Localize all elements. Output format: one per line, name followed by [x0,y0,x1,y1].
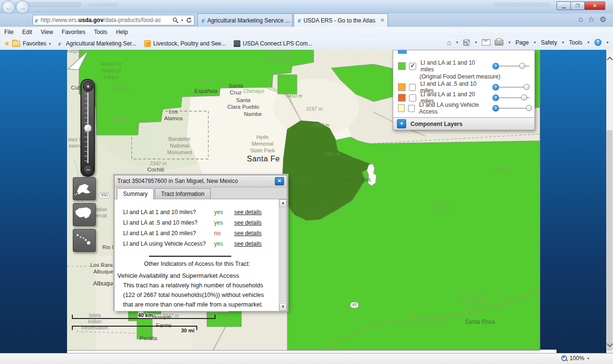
see-details-link[interactable]: see details [234,240,261,247]
answer-value: yes [214,209,234,216]
vehicle-access-paragraph: This tract has a relatively high number … [123,281,271,309]
menu-help[interactable]: Help [112,29,132,35]
scale-mi-label: 30 mi [181,328,194,333]
favorites-dropdown-icon[interactable]: ▼ [48,42,52,46]
divider [149,256,231,257]
home-icon[interactable]: ⌂ [579,15,583,24]
refresh-icon[interactable] [186,17,192,23]
zoom-in-button[interactable]: + [83,81,93,91]
rss-icon[interactable] [463,39,470,46]
layer-help-icon[interactable]: ? [492,94,499,101]
popup-scroll-down-icon[interactable]: ▼ [279,303,287,311]
popup-question-row-3: LI and LA using Vehicle Access?yessee de… [123,240,272,247]
scrollbar-thumb[interactable] [607,130,613,351]
layer-checkbox[interactable] [409,94,416,102]
popup-scroll-thumb[interactable] [280,207,286,302]
map-scale-bar: 40 km 30 mi [72,311,225,333]
favorite-link-label: Agricultural Marketing Ser... [66,40,136,47]
safety-menu[interactable]: Safety [541,39,557,46]
tab-tract-information[interactable]: Tract Information [155,188,210,199]
tab-close-icon[interactable]: ✕ [375,17,385,23]
back-button[interactable]: ← [2,0,15,14]
search-dropdown-icon[interactable]: ▼ [181,19,184,22]
alaska-icon [73,178,92,197]
popup-scroll-up-icon[interactable]: ▲ [279,199,287,207]
favorite-link-0[interactable]: eAgricultural Marketing Ser... [58,40,136,47]
minimize-button[interactable]: ▁ [556,1,571,10]
expand-plus-icon[interactable]: + [397,119,406,128]
scroll-up-icon[interactable] [607,57,613,63]
page-menu[interactable]: Page [515,39,529,46]
help-icon[interactable]: ? [594,39,602,46]
layer-checkbox[interactable] [409,84,416,91]
favorite-link-2[interactable]: USDA Connect LPS Com... [234,40,312,47]
lower48-view-button[interactable] [73,203,96,226]
rss-dropdown-icon[interactable]: ▼ [474,41,477,44]
favorite-link-1[interactable]: Livestock, Poultry and See... [144,40,226,47]
menu-tools[interactable]: Tools [90,29,112,35]
tab-agricultural-marketing[interactable]: e Agricultural Marketing Service ... [197,13,293,27]
other-indicators-header: Other Indicators of Access for this Trac… [114,261,280,267]
layer-help-icon[interactable]: ? [492,105,499,112]
zoom-dropdown-icon[interactable]: ▼ [587,357,590,360]
add-favorite-icon[interactable]: ★ [4,39,10,48]
layer-label: LI and LA using Vehicle Access [419,102,490,115]
print-icon[interactable] [495,40,503,46]
scale-km-label: 40 km [138,312,153,318]
layer-opacity-slider[interactable] [499,105,530,112]
see-details-link[interactable]: see details [234,209,261,216]
zoom-slider-thumb[interactable] [84,124,92,132]
menu-edit[interactable]: Edit [18,29,36,35]
see-details-link[interactable]: see details [234,219,261,226]
layer-opacity-slider[interactable] [499,63,530,69]
settings-gear-icon[interactable]: ⚙ [600,15,606,24]
popup-close-icon[interactable]: ✕ [275,177,284,185]
favorites-label[interactable]: Favorites [23,40,46,47]
site-icon [144,40,151,47]
zoom-level: 100% [569,355,584,362]
ghost-toolbar [89,3,117,7]
question-label: LI and LA using Vehicle Access? [123,240,214,247]
search-icon[interactable] [172,17,179,23]
favorites-folder-icon[interactable] [12,41,20,47]
tab-usda-ers-atlas[interactable]: e USDA ERS - Go to the Atlas ✕ [294,13,388,27]
favorites-star-icon[interactable]: ☆ [588,15,594,24]
alaska-view-button[interactable] [73,177,96,200]
close-button[interactable]: ✕ [584,1,605,10]
print-dropdown-icon[interactable]: ▼ [508,41,511,44]
ie-icon: e [35,16,38,24]
tab-label: USDA ERS - Go to the Atlas [304,17,375,24]
layer-help-icon[interactable]: ? [492,63,499,69]
status-bar [0,353,613,364]
question-label: LI and LA at .5 and 10 miles? [123,219,214,226]
map-zoom-slider[interactable]: + − [80,79,95,177]
component-layers-bar[interactable]: + Component Layers [393,117,534,130]
popup-title-bar[interactable]: Tract 35047957600 in San Miguel, New Mex… [114,175,287,187]
layer-checkbox[interactable] [408,105,415,112]
see-details-link[interactable]: see details [234,230,261,237]
tab-summary[interactable]: Summary [117,188,154,199]
forward-button[interactable]: → [16,0,29,14]
layer-checkbox[interactable]: ✓ [409,63,416,70]
address-bar[interactable]: e http://www.ers.usda.gov/data-products/… [33,15,194,25]
menu-view[interactable]: View [36,29,57,35]
zoom-out-button[interactable]: − [83,164,93,175]
popup-body: LI and LA at 1 and 10 miles?yessee detai… [114,199,287,311]
layer-opacity-slider[interactable] [499,84,530,91]
layer-help-icon[interactable]: ? [492,84,499,91]
menu-file[interactable]: File [0,29,18,35]
hawaii-icon [73,229,92,249]
popup-scrollbar[interactable]: ▲ ▼ [279,199,287,311]
home-dropdown-icon[interactable]: ▼ [455,41,459,44]
tools-menu[interactable]: Tools [569,39,582,46]
home-button-icon[interactable]: ⌂ [447,38,451,46]
zoom-control[interactable]: 100% ▼ [561,355,590,362]
layer-label: LI and LA at 1 and 10 miles [420,59,490,73]
browser-scrollbar[interactable] [606,50,613,353]
menu-favorites[interactable]: Favorites [57,29,90,35]
layer-opacity-slider[interactable] [499,94,530,101]
mail-icon[interactable] [482,39,490,46]
restore-button[interactable]: ❐ [570,1,585,10]
tract-popup: Tract 35047957600 in San Miguel, New Mex… [114,175,287,310]
hawaii-view-button[interactable] [73,229,96,252]
